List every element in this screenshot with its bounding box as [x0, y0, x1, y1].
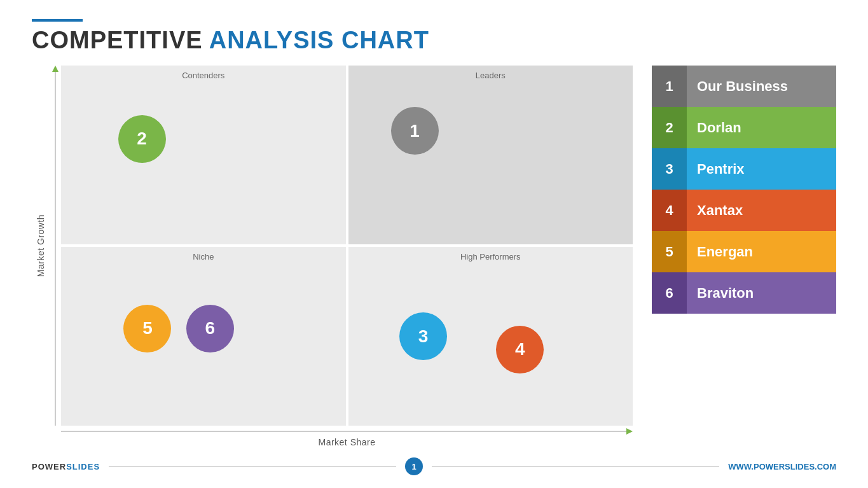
y-arrow-icon: [52, 66, 59, 72]
legend-name-5: Energan: [687, 231, 836, 272]
y-axis-line: [50, 66, 61, 426]
legend-item-1: 1 Our Business: [652, 66, 836, 107]
x-axis-container: Market Share: [61, 428, 633, 447]
chart-with-axes: Market Growth Contenders 2: [32, 66, 633, 426]
footer: POWERSLIDES 1 WWW.POWERSLIDES.COM: [32, 454, 836, 475]
bubble-2: 2: [118, 115, 166, 163]
bubble-6: 6: [186, 305, 234, 352]
quadrant-content-niche: 5 6: [61, 264, 346, 426]
legend-number-2: 2: [652, 107, 687, 148]
bubble-4: 4: [496, 326, 544, 373]
footer-brand: POWERSLIDES: [32, 462, 100, 471]
legend-name-3: Pentrix: [687, 148, 836, 190]
legend-name-2: Dorlan: [687, 107, 836, 148]
legend-number-6: 6: [652, 272, 687, 314]
header-underline: [32, 19, 83, 22]
footer-page-number: 1: [405, 457, 423, 475]
quadrant-leaders: Leaders 1: [348, 66, 633, 244]
quadrant-content-leaders: 1: [348, 83, 633, 244]
title-part2: ANALYSIS CHART: [209, 27, 429, 53]
x-axis-label: Market Share: [318, 437, 375, 447]
footer-brand-part1: POWER: [32, 462, 66, 471]
x-line: [61, 431, 626, 432]
quadrant-high-performers: High Performers 3 4: [348, 247, 633, 426]
quadrant-contenders: Contenders 2: [61, 66, 346, 244]
footer-divider-left: [109, 466, 396, 467]
y-axis-label: Market Growth: [36, 214, 46, 277]
main-content: Market Growth Contenders 2: [32, 66, 836, 447]
footer-brand-part2: SLIDES: [66, 462, 100, 471]
quadrant-niche: Niche 5 6: [61, 247, 346, 426]
quadrant-label-niche: Niche: [61, 247, 346, 264]
legend-name-6: Braviton: [687, 272, 836, 314]
legend-number-1: 1: [652, 66, 687, 107]
y-axis-label-container: Market Growth: [32, 66, 50, 426]
y-line: [55, 72, 56, 426]
chart-grid: Contenders 2 Leaders 1 Niche: [61, 66, 633, 426]
bubble-5: 5: [123, 305, 171, 352]
quadrant-label-leaders: Leaders: [348, 66, 633, 83]
legend-item-3: 3 Pentrix: [652, 148, 836, 190]
footer-url: WWW.POWERSLIDES.COM: [728, 462, 836, 471]
legend-number-4: 4: [652, 190, 687, 231]
bubble-1: 1: [391, 107, 439, 155]
legend-name-1: Our Business: [687, 66, 836, 107]
legend-item-2: 2 Dorlan: [652, 107, 836, 148]
legend-item-4: 4 Xantax: [652, 190, 836, 231]
footer-divider-right: [432, 466, 719, 467]
header: COMPETITIVE ANALYSIS CHART: [32, 19, 836, 54]
legend-number-3: 3: [652, 148, 687, 190]
legend: 1 Our Business 2 Dorlan 3 Pentrix 4 Xant…: [652, 66, 836, 314]
page: COMPETITIVE ANALYSIS CHART Market Growth: [0, 0, 868, 488]
legend-number-5: 5: [652, 231, 687, 272]
chart-area: Market Growth Contenders 2: [32, 66, 633, 447]
legend-item-6: 6 Braviton: [652, 272, 836, 314]
quadrant-content-contenders: 2: [61, 83, 346, 244]
title-part1: COMPETITIVE: [32, 27, 209, 53]
quadrant-label-contenders: Contenders: [61, 66, 346, 83]
x-line-row: [61, 428, 633, 435]
x-arrow-icon: [626, 428, 633, 435]
bubble-3: 3: [399, 312, 447, 360]
page-title: COMPETITIVE ANALYSIS CHART: [32, 27, 836, 54]
legend-name-4: Xantax: [687, 190, 836, 231]
quadrant-label-high-performers: High Performers: [348, 247, 633, 264]
legend-item-5: 5 Energan: [652, 231, 836, 272]
quadrant-content-high-performers: 3 4: [348, 264, 633, 426]
